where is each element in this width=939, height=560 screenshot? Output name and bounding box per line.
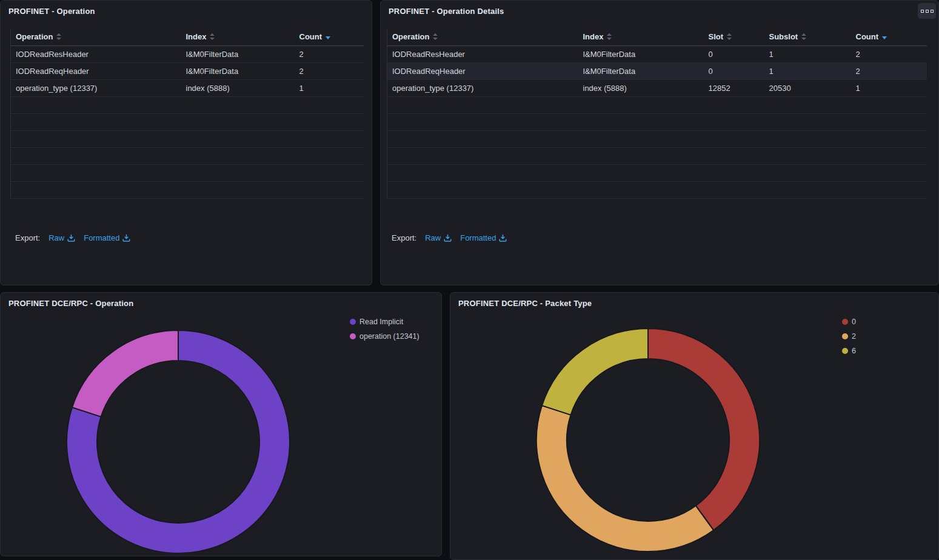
- table-cell: 1: [764, 45, 851, 62]
- table-cell: 0: [704, 62, 764, 79]
- sort-icon: [429, 33, 438, 40]
- column-header-count[interactable]: Count: [851, 28, 927, 45]
- table-cell: operation_type (12337): [11, 79, 181, 96]
- empty-table-row: [11, 181, 364, 198]
- empty-table-row: [11, 96, 364, 113]
- panel-title: PROFINET - Operation: [8, 7, 95, 16]
- table-cell: I&M0FilterData: [578, 45, 704, 62]
- column-label: Count: [299, 32, 322, 41]
- table-cell: I&M0FilterData: [181, 62, 295, 79]
- empty-table-row: [11, 130, 364, 147]
- table-cell: index (5888): [578, 79, 704, 96]
- empty-table-row: [387, 164, 927, 181]
- sort-icon: [723, 33, 732, 40]
- panel-title: PROFINET - Operation Details: [389, 7, 504, 16]
- donut-chart-operation: [63, 327, 293, 556]
- column-header-index[interactable]: Index: [578, 28, 704, 45]
- operation-table: OperationIndexCountIODReadResHeaderI&M0F…: [10, 28, 364, 199]
- legend-label: operation (12341): [359, 332, 419, 341]
- empty-table-row: [11, 147, 364, 164]
- legend-color-dot: [350, 319, 356, 325]
- donut-slice-6[interactable]: [542, 328, 648, 415]
- column-label: Index: [583, 32, 604, 41]
- donut-slice-operation (12341)[interactable]: [72, 330, 178, 417]
- download-icon: [122, 234, 130, 242]
- panel-title: PROFINET DCE/RPC - Operation: [8, 299, 133, 308]
- table-cell: index (5888): [181, 79, 295, 96]
- column-header-index[interactable]: Index: [181, 28, 295, 45]
- table-cell: 1: [295, 79, 364, 96]
- export-formatted-link[interactable]: Formatted: [84, 233, 130, 242]
- table-cell: IODReadReqHeader: [11, 62, 181, 79]
- column-header-operation[interactable]: Operation: [11, 28, 181, 45]
- table-cell: 2: [295, 45, 364, 62]
- table-cell: operation_type (12337): [387, 79, 578, 96]
- panel-menu-button[interactable]: [918, 3, 936, 19]
- legend-label: Read Implicit: [359, 318, 403, 326]
- sort-icon: [53, 33, 61, 40]
- legend-color-dot: [842, 319, 848, 325]
- table-row: IODReadReqHeaderI&M0FilterData012: [387, 62, 927, 79]
- legend-color-dot: [842, 348, 848, 354]
- table-cell: I&M0FilterData: [181, 45, 295, 62]
- column-label: Operation: [392, 32, 429, 41]
- export-formatted-link[interactable]: Formatted: [460, 233, 507, 242]
- sort-icon: [603, 33, 612, 40]
- table-cell: IODReadReqHeader: [387, 62, 578, 79]
- download-icon: [444, 234, 452, 242]
- column-header-count[interactable]: Count: [295, 28, 364, 45]
- operation-details-table: OperationIndexSlotSubslotCountIODReadRes…: [387, 28, 927, 199]
- column-header-slot[interactable]: Slot: [704, 28, 764, 45]
- download-icon: [67, 234, 75, 242]
- legend-label: 2: [852, 332, 856, 341]
- table-cell: 2: [851, 62, 927, 79]
- empty-table-row: [387, 113, 927, 130]
- export-raw-link[interactable]: Raw: [425, 233, 452, 242]
- legend-item[interactable]: operation (12341): [350, 329, 419, 344]
- table-header-row: OperationIndexSlotSubslotCount: [387, 28, 927, 45]
- column-label: Slot: [709, 32, 724, 41]
- download-icon: [499, 234, 507, 242]
- sort-icon: [798, 33, 806, 40]
- legend-item[interactable]: 0: [842, 315, 856, 329]
- column-label: Count: [856, 32, 879, 41]
- table-cell: 1: [851, 79, 927, 96]
- column-header-subslot[interactable]: Subslot: [764, 28, 851, 45]
- legend-color-dot: [842, 333, 848, 339]
- export-label: Export:: [392, 233, 416, 242]
- export-raw-link[interactable]: Raw: [48, 233, 75, 242]
- table-cell: I&M0FilterData: [578, 62, 704, 79]
- export-label: Export:: [15, 233, 40, 242]
- cell-value: 0: [709, 67, 713, 76]
- legend-label: 6: [852, 347, 856, 355]
- panel-profinet-operation: PROFINET - Operation OperationIndexCount…: [0, 0, 372, 285]
- column-label: Subslot: [769, 32, 798, 41]
- column-header-operation[interactable]: Operation: [387, 28, 578, 45]
- empty-table-row: [11, 113, 364, 130]
- legend-item[interactable]: 6: [842, 344, 856, 358]
- legend-label: 0: [852, 318, 856, 326]
- legend-item[interactable]: 2: [842, 329, 856, 344]
- sort-desc-icon: [326, 36, 330, 39]
- panel-title: PROFINET DCE/RPC - Packet Type: [458, 299, 592, 308]
- chart-legend: Read Implicitoperation (12341): [350, 315, 419, 344]
- table-cell: 0: [704, 45, 764, 62]
- chart-legend: 026: [842, 315, 856, 358]
- donut-slice-0[interactable]: [648, 328, 760, 530]
- empty-table-row: [387, 130, 927, 147]
- legend-item[interactable]: Read Implicit: [350, 315, 419, 329]
- empty-table-row: [387, 96, 927, 113]
- sort-icon: [206, 33, 215, 40]
- export-row: Export: Raw Formatted: [15, 233, 130, 242]
- table-cell: 2: [295, 62, 364, 79]
- column-label: Index: [186, 32, 207, 41]
- donut-slice-2[interactable]: [536, 405, 713, 552]
- panel-dcerpc-operation: PROFINET DCE/RPC - Operation Read Implic…: [0, 292, 442, 556]
- export-row: Export: Raw Formatted: [392, 233, 507, 242]
- sort-desc-icon: [882, 36, 887, 39]
- table-cell: IODReadResHeader: [387, 45, 578, 62]
- panel-profinet-operation-details: PROFINET - Operation Details OperationIn…: [380, 0, 939, 285]
- panel-menu-icon: [926, 10, 929, 13]
- table-row: IODReadReqHeaderI&M0FilterData2: [11, 62, 364, 79]
- table-cell: 12852: [704, 79, 764, 96]
